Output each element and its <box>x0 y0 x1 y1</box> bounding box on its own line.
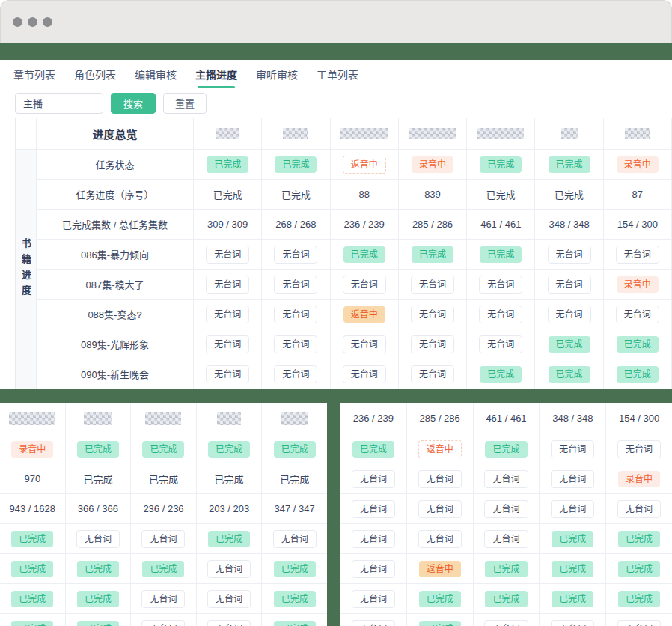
redacted-name-blur <box>217 412 241 425</box>
column-header-cell-7 <box>604 118 672 150</box>
panel-cell: 已完成 <box>262 464 327 494</box>
window-maximize-button[interactable] <box>43 17 52 27</box>
panel-cell: 461 / 461 <box>474 403 540 434</box>
status-badge: 无台词 <box>352 470 395 488</box>
row-label-cell: 已完成集数 / 总任务集数 <box>37 210 194 240</box>
column-header-cell-1 <box>194 118 262 150</box>
status-badge: 已完成 <box>485 591 527 607</box>
table-cell: 无台词 <box>604 300 672 329</box>
status-badge: 已完成 <box>207 156 248 173</box>
redacted-name-blur <box>216 128 239 139</box>
status-badge: 无台词 <box>411 335 454 353</box>
cell-text: 236 / 239 <box>353 413 394 424</box>
panel-cell: 录音中 <box>0 434 66 464</box>
book-progress-group-cell: 书籍进度 <box>16 150 37 389</box>
cell-text: 236 / 239 <box>344 219 385 230</box>
panel-cell: 无台词 <box>474 614 540 626</box>
column-header-cell-5 <box>467 118 535 150</box>
status-badge: 无台词 <box>141 590 185 608</box>
cell-text: 已完成 <box>149 472 178 486</box>
status-badge: 无台词 <box>551 620 594 626</box>
status-badge: 返音中 <box>418 440 462 458</box>
table-row: 任务进度（序号）已完成已完成88839已完成已完成87 <box>37 180 672 210</box>
panel-cell: 无台词 <box>131 614 197 626</box>
table-cell: 录音中 <box>604 270 672 300</box>
redacted-name-blur <box>477 128 524 139</box>
status-badge: 无台词 <box>418 470 462 488</box>
table-cell: 无台词 <box>399 270 467 300</box>
tab-item-1[interactable]: 章节列表 <box>13 67 55 82</box>
cell-text: 已完成 <box>213 187 242 201</box>
progress-overview-table: 进度总览书籍进度任务状态已完成已完成返音中录音中已完成已完成录音中任务进度（序号… <box>15 118 672 389</box>
status-badge: 已完成 <box>617 336 659 353</box>
panel-cell: 已完成 <box>0 614 66 626</box>
table-cell: 返音中 <box>331 300 399 329</box>
redacted-name-blur <box>283 128 308 139</box>
redacted-name-blur <box>145 412 181 425</box>
status-badge: 已完成 <box>274 441 316 458</box>
status-badge: 已完成 <box>485 441 527 458</box>
panel-cell: 无台词 <box>540 494 606 524</box>
panel-cell: 录音中 <box>606 464 672 494</box>
status-badge: 无台词 <box>548 246 591 264</box>
panel-cell: 154 / 300 <box>606 403 672 434</box>
status-badge: 无台词 <box>274 365 317 383</box>
panel-cell: 返音中 <box>407 554 474 584</box>
search-button[interactable]: 搜索 <box>111 93 156 114</box>
status-badge: 无台词 <box>274 306 317 323</box>
status-badge: 已完成 <box>419 621 461 626</box>
table-cell: 已完成 <box>535 329 603 359</box>
cell-text: 88 <box>358 189 369 200</box>
status-badge: 已完成 <box>480 156 522 173</box>
panel-cell: 无台词 <box>340 464 407 494</box>
window-close-button[interactable] <box>13 17 22 27</box>
panel-cell: 已完成 <box>197 434 263 464</box>
tab-item-6[interactable]: 工单列表 <box>317 67 358 82</box>
search-input[interactable] <box>15 93 103 114</box>
table-cell: 无台词 <box>194 270 262 300</box>
redacted-name-blur <box>9 412 55 425</box>
status-badge: 已完成 <box>11 621 53 626</box>
cell-text: 347 / 347 <box>275 503 315 514</box>
panel-cell: 无台词 <box>340 494 407 524</box>
panel-row: 无台词无台词无台词无台词录音中 <box>340 464 672 494</box>
status-badge: 已完成 <box>549 366 590 383</box>
panel-cell: 已完成 <box>131 434 197 464</box>
panel-cell: 无台词 <box>197 614 263 626</box>
tab-item-4[interactable]: 主播进度 <box>195 67 237 82</box>
status-badge: 无台词 <box>548 306 591 323</box>
table-row: 087集-糗大了无台词无台词无台词无台词无台词无台词录音中 <box>37 270 672 300</box>
status-badge: 无台词 <box>551 440 594 458</box>
tab-item-3[interactable]: 编辑审核 <box>135 67 177 82</box>
status-badge: 无台词 <box>206 335 249 353</box>
panel-cell: 已完成 <box>340 434 407 464</box>
panel-cell: 已完成 <box>66 434 132 464</box>
panel-cell: 无台词 <box>340 584 407 614</box>
table-cell: 录音中 <box>604 150 672 180</box>
cell-text: 203 / 203 <box>209 503 249 514</box>
table-row: 086集-暴力倾向无台词无台词已完成已完成已完成无台词无台词 <box>37 240 672 270</box>
status-badge: 无台词 <box>484 620 528 626</box>
status-badge: 无台词 <box>141 620 185 626</box>
window-minimize-button[interactable] <box>28 17 37 27</box>
status-badge: 无台词 <box>411 365 454 383</box>
status-badge: 返音中 <box>343 156 386 174</box>
panel-cell: 无台词 <box>262 524 327 554</box>
reset-button[interactable]: 重置 <box>163 93 207 114</box>
panel-cell: 已完成 <box>407 614 474 626</box>
status-badge: 无台词 <box>479 306 522 323</box>
tab-item-2[interactable]: 角色列表 <box>74 67 116 82</box>
tab-item-5[interactable]: 审听审核 <box>256 67 298 82</box>
column-header-cell-4 <box>399 118 467 150</box>
table-cell: 已完成 <box>262 180 330 210</box>
table-cell: 录音中 <box>399 150 467 180</box>
panel-header-cell-5 <box>262 403 327 434</box>
table-cell: 839 <box>399 180 467 210</box>
status-badge: 无台词 <box>551 500 594 518</box>
panel-cell: 366 / 366 <box>66 494 132 524</box>
table-cell: 87 <box>604 180 672 210</box>
panel-cell: 无台词 <box>340 554 407 584</box>
panel-cell: 无台词 <box>606 614 672 626</box>
status-badge: 无台词 <box>352 560 395 578</box>
panel-cell: 已完成 <box>66 614 132 626</box>
